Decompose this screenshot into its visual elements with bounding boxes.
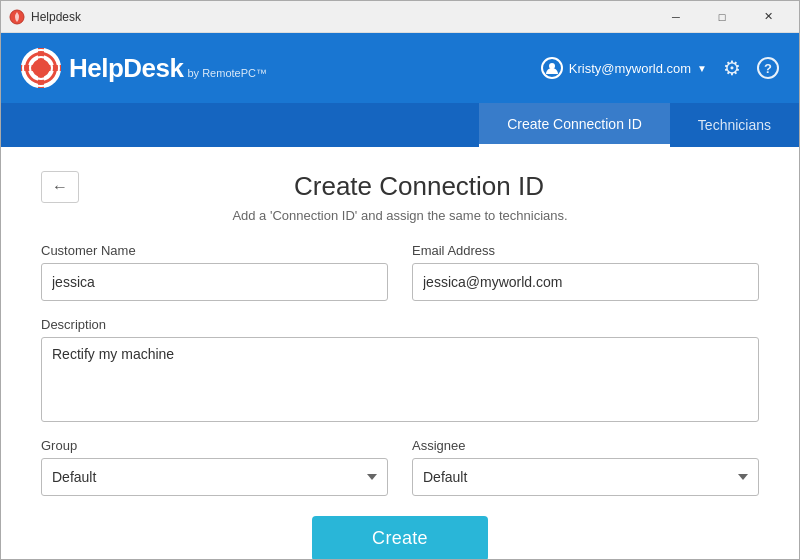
logo-sub-text: by RemotePC™ xyxy=(188,67,267,79)
app-header: HelpDesk by RemotePC™ Kristy@myworld.com… xyxy=(1,33,799,103)
customer-name-group: Customer Name xyxy=(41,243,388,301)
customer-name-input[interactable] xyxy=(41,263,388,301)
page-title: Create Connection ID xyxy=(41,171,759,202)
group-label: Group xyxy=(41,438,388,453)
header-right: Kristy@myworld.com ▼ ⚙ ? xyxy=(541,56,779,80)
description-group: Description Rectify my machine xyxy=(41,317,759,422)
title-bar-text: Helpdesk xyxy=(31,10,653,24)
form-row-2: Description Rectify my machine xyxy=(41,317,759,422)
nav-create-connection-id[interactable]: Create Connection ID xyxy=(479,103,670,147)
user-avatar-circle xyxy=(541,57,563,79)
settings-icon[interactable]: ⚙ xyxy=(723,56,741,80)
svg-rect-6 xyxy=(38,48,44,88)
nav-technicians[interactable]: Technicians xyxy=(670,103,799,147)
maximize-button[interactable]: □ xyxy=(699,1,745,33)
logo-text: HelpDesk xyxy=(69,53,184,84)
window-controls: ─ □ ✕ xyxy=(653,1,791,33)
user-menu[interactable]: Kristy@myworld.com ▼ xyxy=(541,57,707,79)
back-button[interactable]: ← xyxy=(41,171,79,203)
user-email-text: Kristy@myworld.com xyxy=(569,61,691,76)
logo-area: HelpDesk by RemotePC™ xyxy=(21,48,541,88)
create-button[interactable]: Create xyxy=(312,516,488,560)
assignee-select[interactable]: Default xyxy=(412,458,759,496)
create-btn-row: Create xyxy=(41,516,759,560)
helpdesk-logo-icon xyxy=(21,48,61,88)
assignee-group: Assignee Default xyxy=(412,438,759,496)
main-content: ← Create Connection ID Add a 'Connection… xyxy=(1,147,799,560)
customer-name-label: Customer Name xyxy=(41,243,388,258)
close-button[interactable]: ✕ xyxy=(745,1,791,33)
group-group: Group Default xyxy=(41,438,388,496)
description-input[interactable]: Rectify my machine xyxy=(41,337,759,422)
form-row-3: Group Default Assignee Default xyxy=(41,438,759,496)
title-bar: Helpdesk ─ □ ✕ xyxy=(1,1,799,33)
group-select[interactable]: Default xyxy=(41,458,388,496)
form-row-1: Customer Name Email Address xyxy=(41,243,759,301)
page-subtitle: Add a 'Connection ID' and assign the sam… xyxy=(41,208,759,223)
navbar: Create Connection ID Technicians xyxy=(1,103,799,147)
email-group: Email Address xyxy=(412,243,759,301)
description-label: Description xyxy=(41,317,759,332)
assignee-label: Assignee xyxy=(412,438,759,453)
app-icon xyxy=(9,9,25,25)
email-input[interactable] xyxy=(412,263,759,301)
help-icon[interactable]: ? xyxy=(757,57,779,79)
form-container: Customer Name Email Address Description … xyxy=(41,243,759,560)
email-label: Email Address xyxy=(412,243,759,258)
user-dropdown-icon: ▼ xyxy=(697,63,707,74)
minimize-button[interactable]: ─ xyxy=(653,1,699,33)
page-header: Create Connection ID Add a 'Connection I… xyxy=(41,171,759,223)
